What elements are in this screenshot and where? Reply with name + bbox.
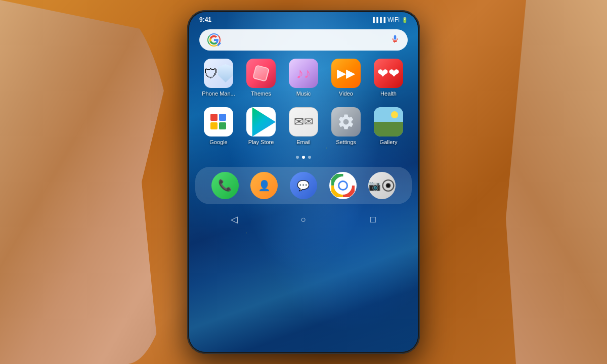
app-play-store[interactable]: Play Store: [243, 107, 279, 146]
nav-back-button[interactable]: ◁: [225, 210, 243, 229]
music-icon: ♪: [289, 59, 318, 88]
music-note: ♪: [304, 65, 311, 81]
phone: 9:41 ▐▐▐▐ WiFi 🔋: [187, 10, 420, 354]
status-icons: ▐▐▐▐ WiFi 🔋: [371, 16, 408, 23]
video-icon: ▶: [331, 59, 361, 88]
play-store-icon: [246, 107, 276, 136]
health-label: Health: [380, 90, 397, 97]
play-store-triangle: [246, 107, 276, 136]
health-icon: ❤: [374, 59, 403, 88]
play-symbol: ▶: [346, 66, 355, 80]
themes-icon: [246, 59, 276, 88]
settings-label: Settings: [336, 139, 356, 146]
wifi-icon: WiFi: [387, 16, 400, 23]
google-grid: [209, 113, 228, 131]
page-dots: [189, 156, 418, 159]
email-symbol: ✉: [304, 115, 313, 128]
app-health[interactable]: ❤ Health: [371, 59, 406, 97]
play-store-label: Play Store: [248, 139, 274, 146]
signal-icon: ▐▐▐▐: [371, 17, 385, 23]
svg-rect-0: [394, 35, 397, 40]
shield-shape: [218, 64, 233, 82]
gg-red: [210, 114, 218, 121]
app-phone-manager[interactable]: Phone Man...: [201, 59, 236, 97]
chrome-svg: [331, 174, 355, 197]
dock: [195, 167, 412, 204]
gallery-label: Gallery: [380, 139, 398, 146]
dot-2[interactable]: [302, 156, 305, 159]
email-label: Email: [296, 139, 311, 146]
themes-label: Themes: [251, 90, 271, 97]
phone-manager-icon: [204, 59, 233, 88]
status-bar: 9:41 ▐▐▐▐ WiFi 🔋: [189, 12, 418, 25]
app-grid: Phone Man... Themes ♪ Music ▶: [189, 59, 418, 146]
home-icon: ○: [301, 214, 307, 225]
app-video[interactable]: ▶ Video: [328, 59, 364, 97]
google-icon: [204, 107, 233, 136]
video-label: Video: [339, 90, 353, 97]
dock-contacts-icon[interactable]: [250, 172, 278, 199]
app-gallery[interactable]: Gallery: [371, 107, 406, 146]
gg-blue: [219, 114, 226, 121]
dock-phone-icon[interactable]: [211, 172, 239, 199]
email-icon: ✉: [289, 107, 318, 136]
dot-3[interactable]: [308, 156, 311, 159]
settings-gear-svg: [337, 113, 355, 131]
heart-symbol: ❤: [388, 66, 400, 81]
dock-chrome-icon[interactable]: [329, 172, 357, 199]
app-email[interactable]: ✉ Email: [286, 107, 321, 146]
gg-green: [219, 122, 226, 129]
dock-camera-icon[interactable]: [368, 172, 396, 199]
gallery-sun: [391, 111, 398, 118]
settings-icon: [331, 107, 361, 136]
dot-1[interactable]: [296, 156, 299, 159]
back-icon: ◁: [231, 214, 238, 225]
screen: 9:41 ▐▐▐▐ WiFi 🔋: [189, 12, 418, 352]
app-row-2: Google Play Store ✉ Email: [197, 107, 410, 146]
nav-home-button[interactable]: ○: [294, 210, 313, 229]
nav-recents-button[interactable]: □: [364, 210, 382, 229]
recents-icon: □: [370, 214, 376, 225]
svg-point-8: [387, 184, 390, 187]
nav-bar: ◁ ○ □: [189, 204, 418, 233]
camera-svg: [381, 178, 396, 193]
gallery-icon: [374, 107, 403, 136]
app-music[interactable]: ♪ Music: [286, 59, 321, 97]
app-row-1: Phone Man... Themes ♪ Music ▶: [197, 59, 410, 97]
gg-yellow: [210, 122, 218, 129]
google-label: Google: [209, 139, 227, 146]
google-logo: [207, 33, 221, 47]
app-settings[interactable]: Settings: [328, 107, 364, 146]
svg-point-6: [339, 182, 346, 189]
app-themes[interactable]: Themes: [243, 59, 279, 97]
mic-icon[interactable]: [391, 34, 400, 46]
status-time: 9:41: [199, 16, 211, 23]
hand-right: [506, 0, 607, 364]
battery-icon: 🔋: [402, 17, 408, 23]
app-google[interactable]: Google: [201, 107, 236, 146]
music-label: Music: [296, 90, 311, 97]
phone-manager-label: Phone Man...: [202, 90, 235, 97]
gallery-landscape: [374, 107, 403, 136]
search-bar[interactable]: [199, 29, 408, 51]
themes-inner-shape: [252, 65, 270, 82]
dock-messages-icon[interactable]: [290, 172, 317, 199]
